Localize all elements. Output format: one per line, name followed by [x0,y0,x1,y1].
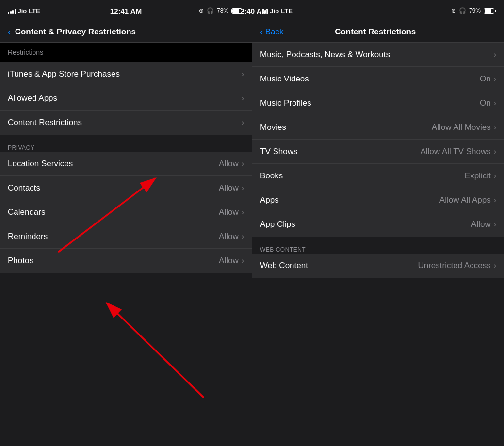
page-title-right: Content Restrictions [254,27,496,37]
restrictions-list-group: Music, Podcasts, News & Workouts › Music… [252,43,504,237]
chevron-icon: › [242,94,244,103]
back-icon-left[interactable]: ‹ [8,26,11,37]
list-item-app-clips[interactable]: App Clips Allow › [252,212,504,237]
chevron-icon: › [242,118,244,127]
chevron-icon: › [494,261,496,270]
battery-icon-right [484,8,496,14]
list-item-allowed-apps[interactable]: Allowed Apps › [0,86,252,111]
location-icon-right: ⊕ [451,7,456,14]
chevron-icon: › [242,70,244,79]
group-divider-privacy: PRIVACY [0,135,252,152]
list-item-location[interactable]: Location Services Allow › [0,152,252,176]
chevron-icon: › [494,172,496,180]
list-item-apps[interactable]: Apps Allow All Apps › [252,188,504,212]
list-item-music-profiles[interactable]: Music Profiles On › [252,91,504,115]
web-content-section-header: WEB CONTENT [252,237,504,256]
carrier-left: Jio LTE [8,7,40,15]
chevron-icon: › [494,123,496,132]
right-panel: Jio LTE 12:40 AM ⊕ 🎧 79% ‹ Back Content … [252,0,504,446]
chevron-icon: › [494,50,496,59]
status-bar-left: Jio LTE 12:41 AM ⊕ 🎧 78% [0,0,252,21]
list-item-itunes[interactable]: iTunes & App Store Purchases › [0,62,252,86]
list-item-contacts[interactable]: Contacts Allow › [0,176,252,200]
list-item-music-podcasts[interactable]: Music, Podcasts, News & Workouts › [252,43,504,67]
chevron-icon: › [494,196,496,205]
carrier-name-right: Jio [270,7,279,15]
main-list-group: iTunes & App Store Purchases › Allowed A… [0,62,252,135]
chevron-icon: › [242,159,244,168]
page-title-left: Content & Privacy Restrictions [15,27,136,37]
list-item-content-restrictions[interactable]: Content Restrictions › [0,111,252,135]
list-item-movies[interactable]: Movies Allow All Movies › [252,115,504,140]
chevron-icon: › [242,208,244,217]
battery-area-right: ⊕ 🎧 79% [451,7,496,14]
chevron-icon: › [242,232,244,241]
list-item-music-videos[interactable]: Music Videos On › [252,67,504,91]
battery-pct-right: 79% [469,7,481,14]
chevron-icon: › [242,184,244,192]
time-right: 12:40 AM [252,7,268,15]
network-type-left: LTE [29,7,40,15]
chevron-icon: › [494,75,496,83]
privacy-section-header: PRIVACY [0,135,252,154]
content-restrictions-list: Music, Podcasts, News & Workouts › Music… [252,43,504,446]
chevron-icon: › [242,256,244,265]
chevron-icon: › [494,99,496,108]
time-left: 12:41 AM [110,7,142,15]
restrictions-header: Restrictions [0,43,252,62]
list-item-calendars[interactable]: Calendars Allow › [0,200,252,224]
group-divider-web: WEB CONTENT [252,237,504,254]
list-item-photos[interactable]: Photos Allow › [0,249,252,273]
list-item-reminders[interactable]: Reminders Allow › [0,224,252,249]
battery-pct-left: 78% [217,7,228,14]
headphone-icon-right: 🎧 [459,7,466,14]
list-item-books[interactable]: Books Explicit › [252,164,504,188]
chevron-icon: › [494,147,496,156]
network-type-right: LTE [281,7,293,15]
web-content-list-group: Web Content Unrestricted Access › [252,254,504,278]
carrier-name-left: Jio [18,7,27,15]
nav-bar-right: ‹ Back Content Restrictions [252,21,504,43]
list-item-tv-shows[interactable]: TV Shows Allow All TV Shows › [252,140,504,164]
status-bar-right: Jio LTE 12:40 AM ⊕ 🎧 79% [252,0,504,21]
list-item-web-content[interactable]: Web Content Unrestricted Access › [252,254,504,278]
location-icon: ⊕ [199,7,204,14]
signal-icon [8,8,16,14]
privacy-list-group: Location Services Allow › Contacts Allow… [0,152,252,273]
nav-bar-left: ‹ Content & Privacy Restrictions [0,21,252,43]
left-panel: Jio LTE 12:41 AM ⊕ 🎧 78% ‹ Content & Pri… [0,0,252,446]
chevron-icon: › [494,220,496,229]
headphone-icon: 🎧 [207,7,214,14]
